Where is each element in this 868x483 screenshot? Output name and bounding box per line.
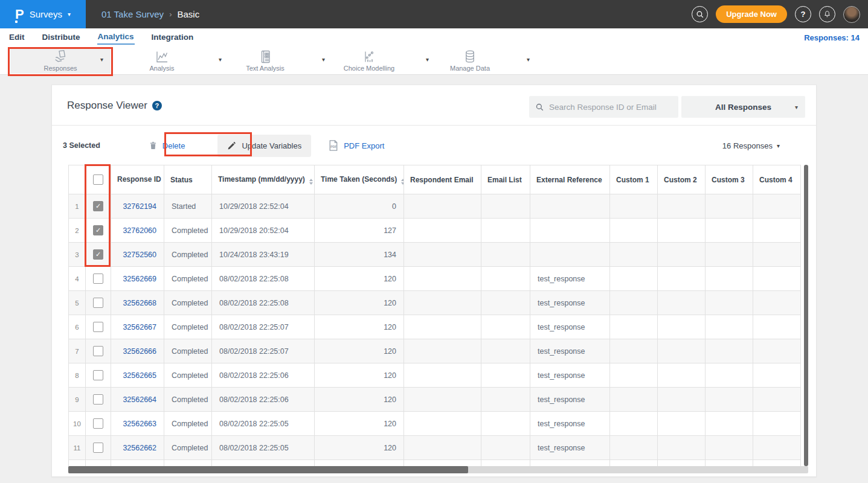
row-number-cell: 2: [69, 219, 86, 243]
row-checkbox[interactable]: [93, 273, 103, 284]
email-list-cell: [481, 315, 530, 339]
toolbar-item-text-analysis[interactable]: Text Analysis▾: [220, 48, 310, 74]
text-analysis-icon: [258, 50, 272, 64]
chevron-down-icon[interactable]: ▾: [527, 56, 530, 63]
custom-1-cell: [610, 412, 658, 436]
response-id-link[interactable]: 32762060: [123, 226, 156, 235]
timestamp-cell: 08/02/2018 22:25:06: [212, 388, 315, 412]
time-taken-cell: 120: [315, 315, 404, 339]
selected-count-label: 3 Selected: [63, 141, 100, 150]
time-taken-cell: 120: [315, 388, 404, 412]
row-checkbox-cell: [86, 339, 111, 363]
nav-tab-distribute[interactable]: Distribute: [42, 31, 81, 44]
delete-button[interactable]: Delete: [149, 141, 185, 150]
response-id-link[interactable]: 32562666: [123, 347, 156, 356]
response-id-link[interactable]: 32562664: [123, 395, 156, 404]
timestamp-cell: 10/29/2018 22:52:04: [212, 194, 315, 219]
response-filter-value: All Responses: [715, 103, 771, 112]
column-header-timestamp[interactable]: Timestamp (mm/dd/yyyy): [212, 165, 315, 194]
help-button[interactable]: ?: [795, 6, 811, 22]
respondent-email-cell: [404, 267, 481, 291]
toolbar-item-manage-data[interactable]: Manage Data▾: [425, 48, 515, 74]
table-row: 432562669Completed08/02/2018 22:25:08120…: [69, 267, 801, 291]
pdf-export-button[interactable]: PDF PDF Export: [328, 139, 384, 152]
custom-2-cell: [658, 291, 706, 315]
row-checkbox-cell: ✓: [86, 243, 111, 267]
toolbar-item-label: Manage Data: [450, 65, 490, 72]
custom-3-cell: [706, 291, 753, 315]
row-checkbox[interactable]: [93, 394, 103, 405]
response-count-dropdown[interactable]: 16 Responses ▾: [722, 141, 780, 150]
timestamp-cell: 10/24/2018 23:43:19: [212, 243, 315, 267]
notifications-button[interactable]: [819, 6, 835, 22]
row-checkbox[interactable]: [93, 298, 103, 308]
toolbar-item-analysis[interactable]: Analysis▾: [117, 48, 207, 74]
response-search-box: [529, 96, 678, 118]
chevron-down-icon[interactable]: ▾: [100, 56, 103, 63]
status-cell: Completed: [164, 219, 212, 243]
response-id-link[interactable]: 32762194: [123, 202, 156, 211]
timestamp-cell: 08/02/2018 22:25:07: [212, 339, 315, 363]
table-row: 1232562661Completed08/02/2018 22:25:0412…: [69, 460, 801, 467]
horizontal-scrollbar-thumb[interactable]: [68, 466, 468, 473]
column-header-response-id[interactable]: Response ID: [111, 165, 164, 194]
response-id-link[interactable]: 32562662: [123, 444, 156, 452]
responses-count-label: Responses: 14: [804, 33, 860, 42]
column-header-custom-4: Custom 4: [753, 165, 801, 194]
nav-tab-integration[interactable]: Integration: [151, 31, 194, 44]
horizontal-scrollbar-track[interactable]: [68, 466, 808, 473]
row-number-cell: 8: [69, 363, 86, 388]
row-checkbox[interactable]: [93, 322, 103, 332]
timestamp-cell: 08/02/2018 22:25:07: [212, 315, 315, 339]
custom-1-cell: [610, 460, 658, 467]
custom-3-cell: [706, 267, 753, 291]
row-checkbox[interactable]: ✓: [93, 201, 103, 211]
select-all-checkbox[interactable]: [93, 174, 103, 185]
external-reference-cell: test_response: [530, 436, 610, 460]
timestamp-cell: 10/29/2018 20:52:04: [212, 219, 315, 243]
response-id-link[interactable]: 32562667: [123, 323, 156, 331]
row-checkbox[interactable]: ✓: [93, 249, 103, 260]
search-button[interactable]: [692, 6, 708, 22]
row-checkbox[interactable]: [93, 418, 103, 429]
external-reference-cell: test_response: [530, 363, 610, 388]
row-checkbox[interactable]: [93, 370, 103, 380]
response-filter-dropdown[interactable]: All Responses ▾: [681, 96, 805, 118]
vertical-scrollbar-thumb[interactable]: [804, 165, 808, 466]
respondent-email-cell: [404, 363, 481, 388]
toolbar-item-choice-modelling[interactable]: Choice Modelling▾: [324, 48, 414, 74]
sort-icon: [401, 179, 403, 185]
response-id-link[interactable]: 32562665: [123, 371, 156, 380]
upgrade-now-button[interactable]: Upgrade Now: [716, 5, 787, 23]
viewer-help-icon[interactable]: ?: [152, 101, 162, 110]
custom-4-cell: [753, 267, 801, 291]
toolbar-item-responses[interactable]: Responses▾: [10, 48, 111, 74]
table-row: 1132562662Completed08/02/2018 22:25:0512…: [69, 436, 801, 460]
row-checkbox-cell: [86, 363, 111, 388]
responses-icon: [53, 50, 69, 64]
response-id-link[interactable]: 32562669: [123, 275, 156, 283]
column-header-time-taken[interactable]: Time Taken (Seconds): [315, 165, 404, 194]
custom-2-cell: [658, 436, 706, 460]
response-id-link[interactable]: 32752560: [123, 251, 156, 259]
row-checkbox[interactable]: ✓: [93, 225, 103, 235]
row-checkbox-cell: [86, 460, 111, 467]
external-reference-cell: [530, 243, 610, 267]
search-input[interactable]: [549, 103, 670, 112]
nav-tab-edit[interactable]: Edit: [8, 31, 25, 44]
row-checkbox[interactable]: [93, 443, 103, 453]
breadcrumb-survey-link[interactable]: 01 Take Survey: [101, 9, 164, 19]
custom-1-cell: [610, 219, 658, 243]
response-id-link[interactable]: 32562668: [123, 299, 156, 307]
time-taken-cell: 120: [315, 460, 404, 467]
update-variables-button[interactable]: Update Variables: [217, 135, 311, 157]
surveys-menu-button[interactable]: P Surveys ▾: [0, 0, 86, 28]
magnifier-icon: [535, 103, 544, 112]
row-checkbox[interactable]: [93, 346, 103, 356]
timestamp-cell: 08/02/2018 22:25:08: [212, 267, 315, 291]
response-id-link[interactable]: 32562663: [123, 420, 156, 428]
column-header-custom-2: Custom 2: [658, 165, 706, 194]
user-avatar[interactable]: [843, 6, 860, 23]
nav-tab-analytics[interactable]: Analytics: [97, 30, 135, 45]
row-number-cell: 1: [69, 194, 86, 219]
